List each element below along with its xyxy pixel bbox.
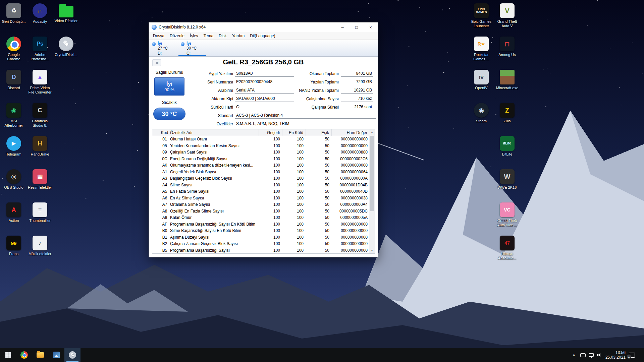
scrollbar-thumb[interactable] xyxy=(370,136,374,211)
menu-dil[interactable]: Dil(Language) xyxy=(247,34,278,38)
desktop-icon-fraps[interactable]: 99 Fraps xyxy=(1,234,27,267)
desktop-icon-telegram[interactable]: ▶ Telegram xyxy=(1,134,27,167)
desktop-icon-thumbnailler[interactable]: ≡ Thumbnailler xyxy=(27,200,53,234)
smart-table-row[interactable]: B1 Aşınma Düzeyi Sayısı 100 100 50 00000… xyxy=(152,234,369,241)
smart-table-row[interactable]: B0 Silme Başarısızlığı Sayısı En Kötü Bi… xyxy=(152,228,369,234)
header-attribute-name[interactable]: Öznitelik Adı xyxy=(169,129,259,136)
titlebar[interactable]: CrystalDiskInfo 8.12.0 x64 – □ × xyxy=(149,22,378,32)
desktop-icon-crystaldiskinfo[interactable]: CrystalDiskI... xyxy=(53,35,79,68)
desktop-icon-obs-studio[interactable]: ◎ OBS Studio xyxy=(1,167,27,200)
desktop-icon-google-chrome[interactable]: Google Chrome xyxy=(1,35,27,68)
tray-expand-icon[interactable]: ∧ xyxy=(571,353,577,357)
touch-keyboard-icon[interactable] xyxy=(580,353,586,357)
temperature-button[interactable]: 30 °C xyxy=(153,108,185,120)
desktop-icon-prism-converter[interactable]: ▲ Prism Video File Converter xyxy=(27,68,53,101)
desktop-icon-rockstar-games[interactable]: R★ Rockstar Games ... xyxy=(468,35,494,68)
clock-time: 13:56 xyxy=(605,350,626,355)
disk-tab-d[interactable]: İyi 27 °C D: xyxy=(150,40,178,56)
network-icon[interactable] xyxy=(589,353,594,357)
smart-table-row[interactable]: 09 Çalışılan Saat Sayısı 100 100 50 0000… xyxy=(152,149,369,156)
desktop-icon-steam[interactable]: ◉ Steam xyxy=(468,101,494,134)
smart-table-row[interactable]: A9 Kalan Ömür 100 100 50 00000000005A xyxy=(152,215,369,221)
desktop-icon-msi-afterburner[interactable]: ◉ MSI Afterburner xyxy=(1,101,27,134)
smart-table-row[interactable]: 01 Okuma Hatası Oranı 100 100 50 0000000… xyxy=(152,136,369,143)
menu-dosya[interactable]: Dosya xyxy=(150,34,167,38)
smart-table-row[interactable]: A5 En Fazla Silme Sayısı 100 100 50 0000… xyxy=(152,188,369,195)
header-current[interactable]: Geçerli xyxy=(259,129,282,136)
desktop-icon-epic-games[interactable]: EPIC GAMES Epic Games Launcher xyxy=(468,1,494,35)
scroll-up-arrow[interactable]: ▲ xyxy=(369,129,375,135)
desktop-icon-resim-efektler[interactable]: ▦ Resim Efektler xyxy=(27,167,53,200)
app-tile-icon: ▶ xyxy=(6,136,21,151)
smart-table-row[interactable]: B5 Programlama Başarısızlığı Sayısı 100 … xyxy=(152,247,369,254)
taskbar-photos[interactable] xyxy=(48,348,64,362)
taskbar-app-icon xyxy=(53,352,60,358)
info-field-value: C: xyxy=(235,104,294,110)
notification-badge: 1 xyxy=(627,354,631,359)
desktop-icon-label: Grand Theft Auto V xyxy=(494,19,520,28)
scroll-down-arrow[interactable]: ▼ xyxy=(369,248,375,253)
start-button[interactable] xyxy=(0,348,16,362)
smart-table-row[interactable]: A7 Ortalama Silme Sayısı 100 100 50 0000… xyxy=(152,201,369,208)
menu-disk[interactable]: Disk xyxy=(216,34,229,38)
app-glyph: V xyxy=(505,7,509,14)
desktop-icon-minecraft[interactable]: Minecraft.exe xyxy=(494,68,520,101)
smart-table-row[interactable]: 0C Enerji Durumu Değişikliği Sayısı 100 … xyxy=(152,156,369,163)
menu-yardim[interactable]: Yardım xyxy=(229,34,247,38)
smart-table-row[interactable]: 05 Yeniden Konumlandırılan Kesim Sayısı … xyxy=(152,143,369,149)
desktop-icon-gta-vice-city[interactable]: VC Grand Theft Auto Vice ... xyxy=(494,200,520,234)
clock[interactable]: 13:56 25.03.2021 xyxy=(605,350,626,360)
menu-duzenle[interactable]: Düzenle xyxy=(167,34,187,38)
desktop-icon-discord[interactable]: D Discord xyxy=(1,68,27,101)
header-threshold[interactable]: Eşik xyxy=(306,129,332,136)
desktop-icon-zula[interactable]: Z Zula xyxy=(494,101,520,134)
smart-table-row[interactable]: AF Programlama Başarısızlığı Sayısı En K… xyxy=(152,221,369,228)
header-kod[interactable]: Kod xyxy=(160,129,169,136)
header-raw-value[interactable]: Ham Değer xyxy=(332,129,370,136)
disk-tab-c[interactable]: İyi 30 °C C: xyxy=(178,40,207,56)
desktop-icon-audacity[interactable]: ∩ Audacity xyxy=(27,1,53,35)
header-worst[interactable]: En Kötü xyxy=(282,129,306,136)
maximize-button[interactable]: □ xyxy=(350,22,364,32)
smart-table-row[interactable]: A1 Geçerli Yedek Blok Sayısı 100 100 50 … xyxy=(152,169,369,176)
volume-icon[interactable] xyxy=(597,353,602,357)
attribute-worst: 100 xyxy=(282,149,306,156)
desktop-icon-bitlife[interactable]: itLife BitLife xyxy=(494,134,520,167)
desktop-icon-hitman[interactable]: 47 Hitman Absolutio... xyxy=(494,234,520,267)
desktop-icon-gta-v[interactable]: V Grand Theft Auto V xyxy=(494,1,520,35)
attribute-raw-value: 000000000064 xyxy=(332,169,369,176)
minimize-button[interactable]: – xyxy=(335,22,350,32)
smart-table-row[interactable]: A8 Özelliği En Fazla Silme Sayısı 100 10… xyxy=(152,208,369,215)
taskbar-chrome[interactable] xyxy=(16,348,32,362)
table-scrollbar[interactable]: ▲ ▼ xyxy=(369,129,375,253)
smart-table-row[interactable]: A6 En Az Silme Sayısı 100 100 50 0000000… xyxy=(152,195,369,202)
desktop-icon-recycle-bin[interactable]: ♻ Geri Dönüşü... xyxy=(1,1,27,35)
action-center-icon[interactable]: 1 xyxy=(629,353,635,358)
app-glyph: W xyxy=(504,173,511,180)
disk-status-text: İyi xyxy=(186,41,207,46)
smart-table-row[interactable]: A4 Silme Sayısı 100 100 50 00000001D04B xyxy=(152,182,369,189)
menu-islev[interactable]: İşlev xyxy=(187,34,201,38)
app-tile-icon: Ps xyxy=(33,37,47,51)
desktop-icon-camtasia[interactable]: C Camtasia Studio 8. xyxy=(27,101,53,134)
desktop-icon-adobe-photoshop[interactable]: Ps Adobe Photosho... xyxy=(27,35,53,68)
desktop-icon-action[interactable]: A Action xyxy=(1,200,27,234)
desktop-icon-handbrake[interactable]: H HandBrake xyxy=(27,134,53,167)
desktop-icon-openiv[interactable]: IV OpenIV xyxy=(468,68,494,101)
menu-tema[interactable]: Tema xyxy=(201,34,216,38)
close-button[interactable]: × xyxy=(364,22,378,32)
smart-table-row[interactable]: A0 Okuma/yazma sırasında düzeltilemeyen … xyxy=(152,162,369,169)
app-tile-icon: VC xyxy=(500,202,515,217)
taskbar-file-explorer[interactable] xyxy=(32,348,48,362)
attribute-threshold: 50 xyxy=(306,143,332,149)
desktop-icon-muzik-efektler[interactable]: ♪ Müzik efektler xyxy=(27,234,53,267)
desktop-icon-video-efektler[interactable]: Video Efektler xyxy=(53,1,79,35)
attribute-raw-value: 000000000000 xyxy=(332,136,369,143)
health-status-button[interactable]: İyi 90 % xyxy=(154,77,184,96)
disk-status-orb xyxy=(152,42,156,46)
desktop-icon-wwe-2k16[interactable]: W WWE 2K16 xyxy=(494,167,520,200)
desktop-icon-among-us[interactable]: ⊓ Among Us xyxy=(494,35,520,68)
taskbar-crystaldiskinfo[interactable] xyxy=(64,348,80,362)
smart-table-row[interactable]: B2 Çalışma Zamanı Geçersiz Blok Sayısı 1… xyxy=(152,241,369,247)
smart-table-row[interactable]: A3 Başlangıçtaki Geçersiz Blok Sayısı 10… xyxy=(152,175,369,182)
